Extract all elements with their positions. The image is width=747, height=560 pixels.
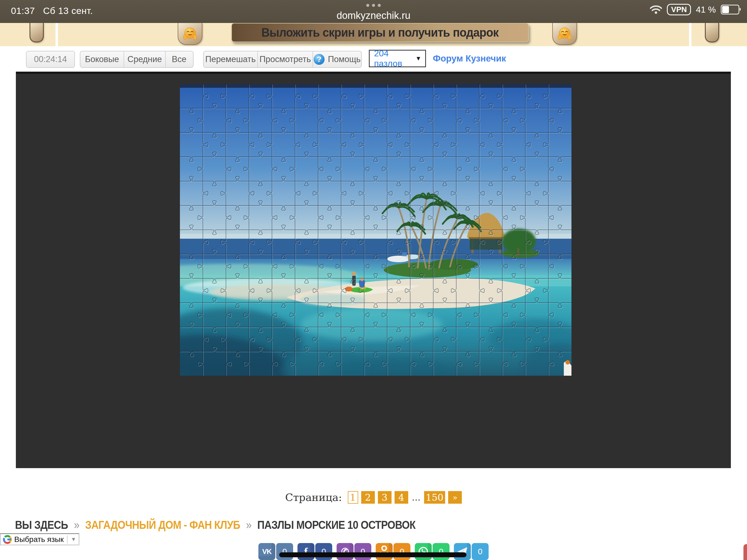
- page-button-1[interactable]: 1: [348, 491, 358, 504]
- status-time-date: 01:37 Сб 13 сент.: [11, 5, 93, 16]
- action-button-group: Перемешать Просмотреть ? Помощь: [203, 51, 362, 68]
- page-button-2[interactable]: 2: [361, 491, 375, 504]
- page-button-4[interactable]: 4: [394, 491, 408, 504]
- forum-link[interactable]: Форум Кузнечик: [433, 53, 506, 64]
- dropdown-arrow-icon: ▼: [415, 55, 421, 62]
- breadcrumb-separator: »: [246, 518, 252, 531]
- home-indicator[interactable]: [279, 552, 466, 557]
- odnoklassniki-share[interactable]: 0: [376, 543, 410, 560]
- whatsapp-share[interactable]: 0: [415, 543, 449, 560]
- promo-banner: Выложить скрин игры и получить подарок: [0, 23, 747, 46]
- breadcrumb-club-link[interactable]: ЗАГАДОЧНЫЙ ДОМ - ФАН КЛУБ: [85, 518, 240, 531]
- vpn-badge: VPN: [667, 4, 691, 15]
- page-next-button[interactable]: »: [448, 491, 462, 504]
- help-button[interactable]: ? Помощь: [312, 51, 361, 67]
- breadcrumb: ВЫ ЗДЕСЬ » ЗАГАДОЧНЫЙ ДОМ - ФАН КЛУБ » П…: [15, 518, 415, 532]
- telegram-share[interactable]: 0: [454, 543, 489, 560]
- timer-display: 00:24:14: [26, 51, 75, 68]
- whatsapp-share-count: 0: [433, 543, 449, 560]
- odnoklassniki-person-icon[interactable]: [376, 543, 393, 560]
- telegram-plane-icon[interactable]: [454, 543, 471, 560]
- translate-label: Выбрать язык: [14, 535, 64, 544]
- odnoklassniki-share-count: 0: [393, 543, 410, 560]
- breadcrumb-here: ВЫ ЗДЕСЬ: [15, 518, 68, 531]
- screen: 01:37 Сб 13 сент. domkyznechik.ru VPN 41…: [0, 0, 747, 560]
- google-logo: [3, 535, 12, 544]
- facebook-share[interactable]: f 0: [298, 543, 332, 560]
- filter-all-pieces-button[interactable]: Все: [165, 51, 192, 67]
- pieces-count-value: 204 пазлов: [374, 48, 415, 69]
- status-bar: 01:37 Сб 13 сент. domkyznechik.ru VPN 41…: [0, 0, 747, 23]
- vk-share-count: 0: [276, 543, 293, 560]
- banner-title-text: Выложить скрин игры и получить подарок: [261, 26, 498, 40]
- hugging-face-emoji: [183, 27, 197, 41]
- page-button-last[interactable]: 150: [424, 491, 445, 504]
- page-button-3[interactable]: 3: [378, 491, 391, 504]
- filter-side-pieces-button[interactable]: Боковые: [80, 51, 124, 67]
- tab-dots-icon[interactable]: [366, 4, 381, 7]
- vk-icon[interactable]: VK: [258, 543, 275, 560]
- date: Сб 13 сент.: [43, 5, 93, 16]
- translate-arrow-icon: ▼: [71, 536, 76, 542]
- social-share-bar: VK 0 f 0 ✆ 0 0 0 0: [0, 543, 747, 560]
- facebook-share-count: 0: [315, 543, 332, 560]
- viber-share-count: 0: [354, 543, 371, 560]
- emoji-tab-right: [552, 23, 577, 45]
- filter-middle-pieces-button[interactable]: Средние: [124, 51, 165, 67]
- status-right: VPN 41 %: [650, 4, 739, 15]
- whatsapp-icon[interactable]: [415, 543, 432, 560]
- vk-share[interactable]: VK 0: [258, 543, 293, 560]
- pagination: Страница: 1 2 3 4 ... 150 »: [0, 490, 747, 505]
- jigsaw-grid-overlay: [180, 84, 571, 376]
- breadcrumb-separator: »: [74, 518, 79, 531]
- help-globe-icon: ?: [314, 54, 325, 65]
- banner-tab-right: [705, 23, 719, 42]
- hugging-face-emoji: [558, 27, 572, 41]
- banner-tab-left: [29, 23, 44, 42]
- shuffle-button[interactable]: Перемешать: [204, 51, 257, 67]
- wifi-icon: [650, 5, 662, 14]
- battery-icon: [721, 5, 739, 15]
- puzzle-board[interactable]: [16, 72, 731, 468]
- pagination-ellipsis: ...: [412, 492, 420, 503]
- viber-share[interactable]: ✆ 0: [337, 543, 371, 560]
- address-url[interactable]: domkyznechik.ru: [337, 10, 410, 21]
- pagination-label: Страница:: [285, 491, 342, 503]
- battery-percent: 41 %: [696, 5, 716, 15]
- floating-button-edge[interactable]: [743, 544, 747, 560]
- clock: 01:37: [11, 5, 35, 16]
- viber-phone-icon[interactable]: ✆: [337, 543, 354, 560]
- facebook-icon[interactable]: f: [298, 543, 314, 560]
- game-toolbar: 00:24:14 Боковые Средние Все Перемешать …: [0, 46, 747, 72]
- pieces-count-dropdown[interactable]: 204 пазлов ▼: [369, 50, 426, 67]
- puzzle-image[interactable]: [180, 84, 571, 376]
- emoji-tab-left: [178, 23, 202, 45]
- filter-button-group: Боковые Средние Все: [80, 51, 194, 68]
- preview-button[interactable]: Просмотреть: [257, 51, 312, 67]
- telegram-share-count: 0: [472, 543, 489, 560]
- breadcrumb-page: ПАЗЛЫ МОРСКИЕ 10 ОСТРОВОК: [257, 518, 415, 531]
- banner-title-box[interactable]: Выложить скрин игры и получить подарок: [231, 23, 529, 42]
